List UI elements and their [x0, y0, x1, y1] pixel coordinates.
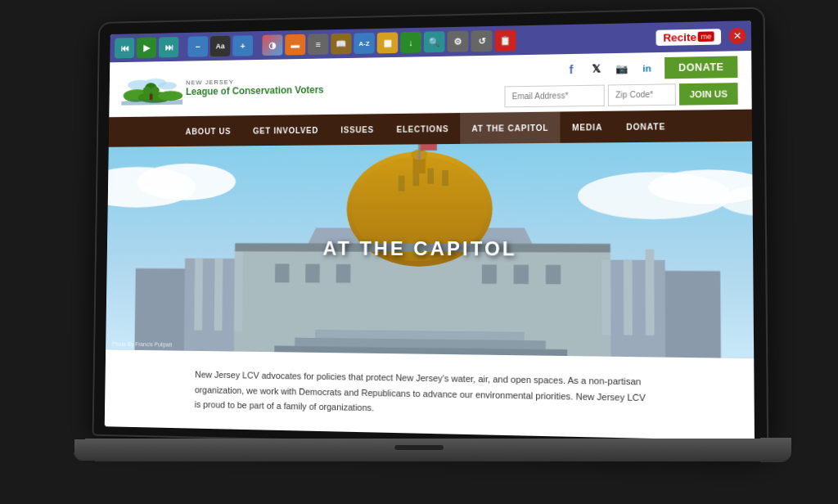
dictionary-button[interactable]: 📖 [331, 34, 351, 55]
svg-rect-24 [645, 250, 654, 335]
social-donate-row: f 𝕏 📷 in DONATE [562, 56, 738, 80]
nav-get-involved[interactable]: GET INVOLVED [241, 115, 329, 146]
settings-button[interactable]: ⚙ [447, 31, 468, 52]
social-icons: f 𝕏 📷 in [562, 59, 656, 79]
svg-rect-35 [418, 142, 421, 160]
screen: ⏮ ▶ ⏭ − Aa + ◑ ▬ ≡ 📖 A-Z ▦ ↓ 🔍 ⚙ ↺ 📋 [105, 20, 755, 440]
zip-input[interactable] [608, 83, 676, 106]
laptop-base [74, 438, 791, 461]
logo-org-line2: League of Conservation Voters [186, 84, 324, 97]
email-input[interactable] [504, 84, 604, 107]
color-filter-button[interactable]: ◑ [262, 34, 282, 56]
zoom-button[interactable]: 🔍 [424, 31, 445, 52]
download-button[interactable]: ↓ [400, 32, 421, 53]
photo-credit: Photo By Francis Pulipati [112, 341, 173, 348]
svg-rect-21 [234, 248, 243, 331]
text-size-button[interactable]: Aa [210, 36, 231, 57]
hero-title: AT THE CAPITOL [322, 237, 516, 261]
image-button[interactable]: ▬ [285, 34, 305, 56]
close-button[interactable]: ✕ [728, 28, 746, 45]
body-text: New Jersey LCV advocates for policies th… [195, 367, 654, 422]
hero-section: AT THE CAPITOL Photo By Francis Pulipati [106, 142, 754, 358]
nav-elections[interactable]: ELECTIONS [385, 113, 461, 145]
hero-background: AT THE CAPITOL Photo By Francis Pulipati [106, 142, 754, 358]
svg-rect-38 [305, 264, 320, 283]
svg-rect-41 [514, 265, 529, 284]
logo-area: NEW JERSEY League of Conservation Voters [121, 70, 323, 106]
logo-graphic: NEW JERSEY League of Conservation Voters [121, 70, 323, 106]
highlight-button[interactable]: ▦ [377, 32, 399, 53]
nav-at-the-capitol[interactable]: AT THE CAPITOL [460, 112, 560, 144]
decrease-text-button[interactable]: − [187, 36, 208, 57]
nav-about-us[interactable]: ABOUT US [174, 115, 241, 146]
play-button[interactable]: ▶ [137, 38, 157, 58]
site-header: NEW JERSEY League of Conservation Voters… [109, 51, 751, 117]
rewind-button[interactable]: ⏮ [115, 38, 134, 58]
header-right: f 𝕏 📷 in DONATE JOIN US [504, 56, 737, 107]
reset-button[interactable]: ↺ [471, 30, 492, 52]
laptop-container: ⏮ ▶ ⏭ − Aa + ◑ ▬ ≡ 📖 A-Z ▦ ↓ 🔍 ⚙ ↺ 📋 [67, 15, 771, 489]
logo-svg [121, 73, 182, 106]
clipboard-button[interactable]: 📋 [494, 29, 516, 51]
svg-rect-42 [546, 265, 561, 285]
nav-issues[interactable]: ISSUES [330, 114, 385, 145]
svg-rect-31 [427, 169, 434, 184]
recite-badge[interactable]: Recite me [656, 29, 721, 46]
text-align-button[interactable]: ≡ [308, 34, 328, 55]
instagram-icon[interactable]: 📷 [612, 59, 631, 78]
facebook-icon[interactable]: f [562, 60, 581, 78]
recite-me-label: me [698, 31, 714, 42]
recite-label: Recite [663, 30, 696, 43]
svg-rect-29 [399, 176, 405, 191]
svg-rect-19 [194, 259, 203, 331]
svg-rect-20 [214, 259, 223, 331]
join-button[interactable]: JOIN US [679, 83, 738, 106]
logo-text: NEW JERSEY League of Conservation Voters [186, 77, 324, 97]
twitter-icon[interactable]: 𝕏 [587, 60, 606, 79]
nav-donate[interactable]: DONATE [615, 110, 678, 142]
svg-rect-40 [482, 265, 497, 284]
linkedin-icon[interactable]: in [638, 59, 656, 78]
translate-button[interactable]: A-Z [354, 33, 375, 54]
donate-button[interactable]: DONATE [665, 56, 737, 79]
nav-media[interactable]: MEDIA [561, 111, 615, 143]
svg-rect-32 [442, 170, 448, 186]
increase-text-button[interactable]: + [232, 35, 253, 56]
svg-rect-22 [601, 260, 610, 335]
email-zip-row: JOIN US [504, 83, 737, 107]
svg-rect-39 [336, 264, 351, 283]
svg-rect-37 [275, 264, 290, 283]
screen-bezel: ⏮ ▶ ⏭ − Aa + ◑ ▬ ≡ 📖 A-Z ▦ ↓ 🔍 ⚙ ↺ 📋 [94, 9, 768, 450]
svg-rect-23 [624, 260, 633, 335]
forward-button[interactable]: ⏭ [159, 37, 179, 57]
body-section: New Jersey LCV advocates for policies th… [105, 349, 755, 440]
